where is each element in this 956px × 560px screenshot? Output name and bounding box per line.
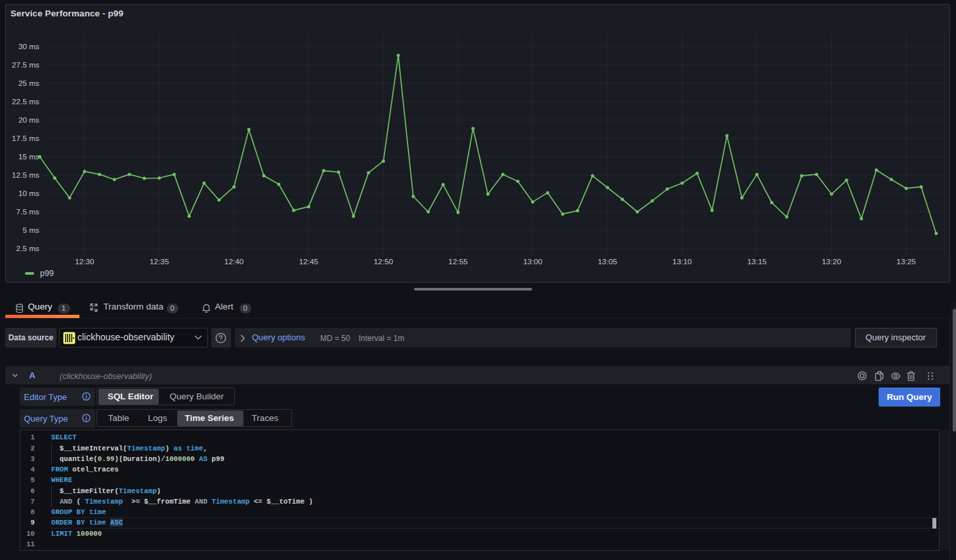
svg-text:2.5 ms: 2.5 ms xyxy=(16,244,40,253)
svg-text:13:20: 13:20 xyxy=(822,257,842,266)
svg-text:22.5 ms: 22.5 ms xyxy=(12,97,39,106)
svg-text:5 ms: 5 ms xyxy=(22,226,39,235)
svg-text:17.5 ms: 17.5 ms xyxy=(12,134,39,143)
svg-text:13:25: 13:25 xyxy=(896,257,916,266)
svg-text:30 ms: 30 ms xyxy=(18,42,39,51)
svg-text:12:35: 12:35 xyxy=(150,257,169,266)
svg-text:13:00: 13:00 xyxy=(523,257,543,266)
svg-text:20 ms: 20 ms xyxy=(18,115,39,125)
svg-text:12:45: 12:45 xyxy=(299,257,319,266)
svg-text:7.5 ms: 7.5 ms xyxy=(16,207,40,216)
svg-text:13:15: 13:15 xyxy=(747,257,767,266)
svg-text:15 ms: 15 ms xyxy=(18,152,39,161)
svg-text:13:10: 13:10 xyxy=(673,257,692,266)
svg-text:27.5 ms: 27.5 ms xyxy=(12,60,39,70)
svg-text:12:55: 12:55 xyxy=(448,257,468,266)
svg-text:12:30: 12:30 xyxy=(75,257,94,266)
svg-text:25 ms: 25 ms xyxy=(18,79,39,88)
svg-text:13:05: 13:05 xyxy=(598,257,617,266)
svg-text:12:50: 12:50 xyxy=(374,257,394,266)
svg-text:12:40: 12:40 xyxy=(224,257,244,266)
svg-text:10 ms: 10 ms xyxy=(18,189,39,198)
svg-text:12.5 ms: 12.5 ms xyxy=(12,170,39,180)
